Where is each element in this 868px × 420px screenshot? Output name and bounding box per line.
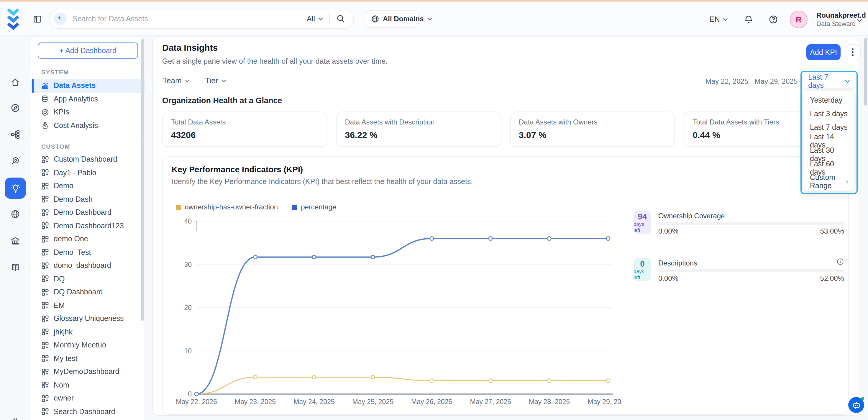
search-icon[interactable]: [330, 14, 353, 23]
kpi-progress-bar: [658, 269, 844, 272]
sidebar-toggle-icon[interactable]: [33, 14, 42, 23]
insights-active-item[interactable]: [5, 178, 26, 199]
kpi-target: 53.00%: [820, 227, 844, 235]
date-range-popover: Last 7 days Yesterday Last 3 days Last 7…: [801, 71, 858, 194]
global-search: Search for Data Assets All: [49, 8, 354, 29]
kpi-name: Descriptions: [658, 259, 844, 267]
stats-row: Total Data Assets 43206 Data Assets with…: [162, 112, 849, 147]
stat-label: Total Data Assets: [171, 118, 318, 126]
lineage-sitemap-icon[interactable]: [11, 130, 20, 139]
domains-globe-icon[interactable]: [11, 209, 20, 219]
submenu-chevron-icon: ›: [845, 177, 848, 186]
team-filter[interactable]: Team: [163, 76, 190, 85]
svg-text:May 25, 2025: May 25, 2025: [352, 398, 394, 406]
sidebar-item-kpis[interactable]: KPIs: [31, 106, 145, 119]
range-option[interactable]: Custom Range ›: [804, 175, 854, 188]
sidebar-item-custom-dashboard[interactable]: Demo_Test: [31, 246, 145, 259]
language-selector[interactable]: EN: [710, 15, 728, 23]
sidebar-item-data-assets[interactable]: Data Assets: [31, 79, 145, 92]
sidebar-item-custom-dashboard[interactable]: jhkjhk: [31, 325, 145, 338]
help-icon[interactable]: [769, 14, 778, 24]
range-option[interactable]: Last 3 days: [804, 107, 854, 120]
sidebar-item-custom-dashboard[interactable]: DQ Dashboard: [31, 286, 145, 299]
page-scrollbar[interactable]: [864, 38, 867, 106]
bar-chart-icon: [41, 82, 49, 90]
dashboard-grid-plus-icon: [41, 408, 49, 416]
range-option[interactable]: Last 14 days: [804, 134, 854, 148]
kpi-progress-bar: [658, 222, 844, 225]
sidebar-item-custom-dashboard[interactable]: Demo Dash: [31, 192, 145, 206]
info-icon[interactable]: [836, 258, 844, 266]
sidebar-item-custom-dashboard[interactable]: Demo Dashboard: [31, 206, 145, 219]
dashboard-grid-plus-icon: [41, 182, 49, 190]
glossary-book-icon[interactable]: [11, 263, 20, 272]
sidebar-item-custom-dashboard[interactable]: owner: [31, 392, 145, 405]
chat-status-dot: [861, 397, 864, 400]
stat-card: Data Assets with Description 36.22 %: [336, 112, 501, 147]
stat-value: 3.07 %: [519, 130, 666, 140]
page-subtitle: Get a single pane view of the health of …: [162, 57, 388, 65]
user-menu-chevron-icon[interactable]: [857, 18, 862, 22]
sidebar-item-custom-dashboard[interactable]: Monthly Meetuo: [31, 338, 145, 352]
search-input[interactable]: Search for Data Assets: [72, 14, 301, 23]
chart-legend: ownership-has-owner-fraction percentage: [176, 203, 336, 211]
sidebar-item-custom-dashboard[interactable]: Demo Dashboard123: [31, 219, 145, 233]
add-dashboard-button[interactable]: + Add Dashboard: [38, 42, 138, 59]
sidebar-item-app-analytics[interactable]: App Analytics: [31, 92, 145, 106]
chevron-down-icon: [221, 79, 226, 82]
notifications-bell-icon[interactable]: [744, 14, 753, 24]
legend-item-percentage[interactable]: percentage: [292, 203, 336, 211]
kpi-section-title: Key Performance Indicators (KPI): [172, 164, 303, 174]
sidebar-item-custom-dashboard[interactable]: Search Dashboard: [31, 405, 145, 418]
range-select-button[interactable]: Last 7 days: [803, 74, 855, 88]
gauge-icon: [41, 109, 49, 116]
sidebar-item-custom-dashboard[interactable]: MyDemoDashboard: [31, 365, 145, 379]
dashboard-grid-plus-icon: [41, 262, 49, 270]
sidebar-item-custom-dashboard[interactable]: DQ: [31, 272, 145, 286]
range-option[interactable]: Yesterday: [804, 93, 854, 107]
user-avatar[interactable]: R: [790, 10, 808, 28]
govern-bank-icon[interactable]: [11, 236, 20, 245]
dashboard-grid-plus-icon: [41, 315, 49, 323]
days-left-badge: 0days left: [633, 258, 651, 281]
home-icon[interactable]: [11, 77, 20, 87]
dashboard-grid-plus-icon: [41, 249, 49, 256]
legend-item-ownership[interactable]: ownership-has-owner-fraction: [176, 203, 278, 211]
dashboard-grid-plus-icon: [41, 381, 49, 389]
settings-gear-icon[interactable]: [11, 417, 20, 420]
app-logo[interactable]: [6, 7, 20, 31]
chevron-down-icon: [318, 17, 323, 20]
robot-icon: [851, 400, 861, 410]
observability-search-icon[interactable]: [11, 156, 20, 166]
svg-text:May 29, 2025: May 29, 2025: [588, 398, 622, 406]
user-role: Data Steward: [816, 20, 856, 27]
sidebar-item-custom-dashboard[interactable]: domo_dashboard: [31, 259, 145, 272]
more-options-kebab-icon[interactable]: [845, 44, 861, 60]
dashboard-grid-plus-icon: [41, 341, 49, 349]
range-option[interactable]: Last 7 days: [804, 120, 854, 134]
tier-filter[interactable]: Tier: [205, 76, 226, 85]
dashboard-grid-plus-icon: [41, 222, 49, 230]
ai-sparkle-icon[interactable]: [54, 12, 67, 25]
app: Search for Data Assets All All Domains E…: [0, 0, 868, 420]
sidebar-item-custom-dashboard[interactable]: Demo: [31, 179, 145, 192]
sidebar-item-custom-dashboard[interactable]: EM: [31, 299, 145, 312]
explore-compass-icon[interactable]: [11, 103, 20, 113]
sidebar-item-custom-dashboard[interactable]: My test: [31, 352, 145, 365]
sidebar-section-custom: CUSTOM: [31, 143, 145, 150]
sidebar-item-custom-dashboard[interactable]: Glossary Uniqueness: [31, 312, 145, 325]
add-kpi-button[interactable]: Add KPI: [806, 44, 841, 60]
money-bag-icon: [41, 122, 49, 129]
domains-dropdown[interactable]: All Domains: [366, 10, 419, 27]
sidebar-item-cost-analysis[interactable]: Cost Analysis: [31, 119, 145, 132]
sidebar-item-custom-dashboard[interactable]: Nom: [31, 379, 145, 392]
range-option[interactable]: Last 30 days: [804, 148, 854, 161]
sidebar-item-custom-dashboard[interactable]: Custom Dashboard: [31, 153, 145, 166]
sidebar-item-custom-dashboard[interactable]: demo One: [31, 233, 145, 246]
database-icon: [41, 95, 49, 103]
search-scope-dropdown[interactable]: All: [301, 14, 329, 23]
sidebar-scrollbar[interactable]: [141, 39, 144, 321]
dashboard-grid-plus-icon: [41, 328, 49, 336]
range-option[interactable]: Last 60 days: [804, 161, 854, 175]
sidebar-item-custom-dashboard[interactable]: Day1 - Pablo: [31, 166, 145, 179]
